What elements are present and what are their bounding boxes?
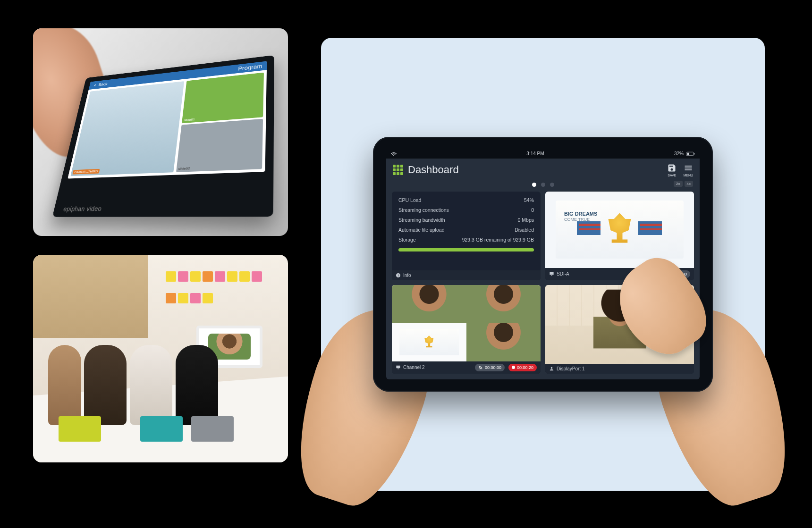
photo-meeting-room xyxy=(33,255,288,462)
device-touchscreen[interactable]: Back Program CAMER...THIRD slide01 xyxy=(68,61,267,179)
tablet-device: 3:14 PM 32% xyxy=(373,137,713,392)
record-time-pill[interactable]: 00:00:20 xyxy=(508,364,537,371)
page-dot-2[interactable] xyxy=(541,183,545,187)
page-title: Dashboard xyxy=(408,164,459,176)
info-footer: Info xyxy=(396,273,411,278)
sdi-artwork: BIG DREAMS COME TRUE xyxy=(556,201,684,259)
tablet-statusbar: 3:14 PM 32% xyxy=(386,149,700,159)
battery-icon xyxy=(686,151,695,156)
person-illustration xyxy=(84,345,127,425)
sticky-notes xyxy=(166,271,262,313)
laptop-illustration xyxy=(191,416,234,442)
preview-tile[interactable]: CAMER...THIRD xyxy=(71,81,185,176)
video-thumbnail xyxy=(466,323,541,361)
back-button[interactable]: Back xyxy=(93,82,108,87)
person-illustration xyxy=(48,345,81,425)
zoom-2x-button[interactable]: 2x xyxy=(674,181,682,187)
page-dot-3[interactable] xyxy=(550,183,554,187)
stat-connections: Streaming connections 0 xyxy=(398,207,534,213)
storage-bar xyxy=(398,248,534,251)
monitor-icon xyxy=(396,365,401,370)
info-icon xyxy=(396,273,401,278)
slide-tile-2[interactable]: slide02 xyxy=(176,119,263,172)
person-illustration xyxy=(130,345,172,425)
app-logo-icon xyxy=(393,165,403,175)
photo-device-closeup: Back Program CAMER...THIRD slide01 xyxy=(33,28,288,236)
device-mock: Back Program CAMER...THIRD slide01 xyxy=(52,55,274,217)
channel2-footer-label: Channel 2 xyxy=(396,365,425,370)
record-dot-icon xyxy=(512,366,515,369)
books-icon xyxy=(638,219,662,240)
statusbar-battery: 32% xyxy=(674,151,684,156)
video-thumbnail xyxy=(392,285,466,323)
stat-storage: Storage 929.3 GB remaining of 929.9 GB xyxy=(398,237,534,243)
back-label: Back xyxy=(98,82,108,87)
svg-rect-2 xyxy=(687,152,689,155)
app-header: Dashboard SAVE MENU xyxy=(386,159,700,181)
stream-icon xyxy=(478,365,483,370)
tablet-scene: 3:14 PM 32% xyxy=(321,38,765,491)
stat-cpu: CPU Load 54% xyxy=(398,197,534,203)
svg-rect-1 xyxy=(694,153,695,154)
video-thumbnail xyxy=(392,323,466,361)
statusbar-time: 3:14 PM xyxy=(526,151,544,156)
panel-channel-2[interactable]: Channel 2 00:00:00 00:0 xyxy=(392,285,541,374)
books-icon xyxy=(577,219,601,240)
person-icon xyxy=(549,366,554,371)
page-indicator[interactable]: 2x 4x xyxy=(386,181,700,188)
preview-label: CAMER...THIRD xyxy=(73,169,100,175)
video-thumbnail xyxy=(466,285,541,323)
person-illustration xyxy=(176,345,218,425)
monitor-icon xyxy=(549,271,554,277)
displayport-footer-label: DisplayPort 1 xyxy=(549,366,584,371)
trophy-icon xyxy=(605,213,634,246)
device-brand: epiphan video xyxy=(63,205,102,212)
stat-upload: Automatic file upload Disabled xyxy=(398,227,534,233)
panel-info[interactable]: CPU Load 54% Streaming connections 0 Str… xyxy=(392,192,541,280)
zoom-4x-button[interactable]: 4x xyxy=(685,181,693,187)
sdi-footer-label: SDI-A xyxy=(549,271,569,277)
page-dot-1[interactable] xyxy=(532,183,536,187)
wifi-icon xyxy=(391,151,397,157)
laptop-illustration xyxy=(59,416,101,442)
laptop-illustration xyxy=(140,416,183,442)
menu-button[interactable]: MENU xyxy=(683,163,693,177)
save-button[interactable]: SAVE xyxy=(667,163,677,177)
stream-time-pill[interactable]: 00:00:00 xyxy=(475,364,505,371)
stat-bandwidth: Streaming bandwidth 0 Mbps xyxy=(398,217,534,223)
slide-tile-1[interactable]: slide01 xyxy=(182,73,264,124)
channel2-composite xyxy=(392,285,541,361)
